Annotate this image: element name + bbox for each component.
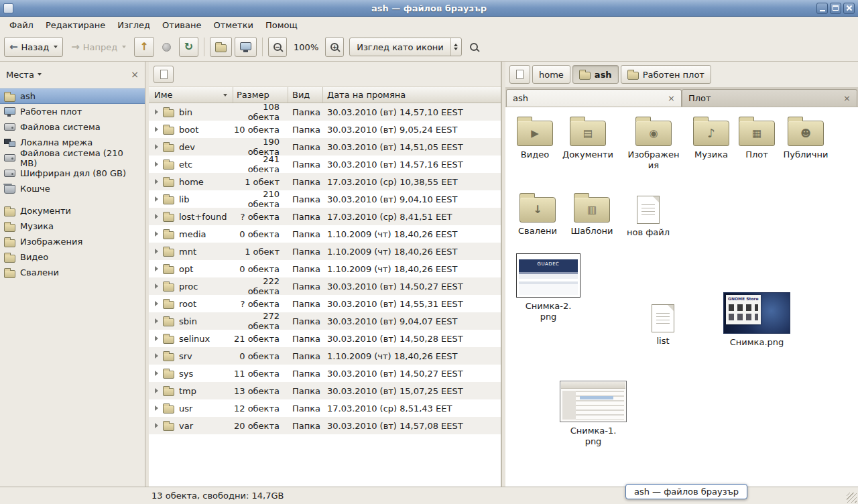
expander-icon[interactable] xyxy=(155,109,158,115)
sidebar-item[interactable]: Файлова система (210 MB) xyxy=(0,150,145,166)
search-button[interactable] xyxy=(465,37,483,57)
expander-icon[interactable] xyxy=(155,284,158,289)
table-row[interactable]: var 20 обекта Папка 30.03.2010 (вт) 14,5… xyxy=(149,417,501,434)
expander-icon[interactable] xyxy=(155,231,158,237)
icon-view-item[interactable]: Плот xyxy=(729,115,785,160)
menu-item[interactable]: Отметки xyxy=(207,17,259,33)
close-button[interactable] xyxy=(843,3,855,14)
expander-icon[interactable] xyxy=(155,162,158,167)
sidebar-item[interactable]: Работен плот xyxy=(0,104,145,119)
expander-icon[interactable] xyxy=(155,214,158,219)
stop-button[interactable] xyxy=(157,37,176,57)
sidebar-item[interactable]: Видео xyxy=(0,249,145,265)
expander-icon[interactable] xyxy=(155,144,158,149)
expander-icon[interactable] xyxy=(155,249,158,254)
zoom-in-button[interactable]: + xyxy=(325,37,344,57)
expander-icon[interactable] xyxy=(155,353,158,359)
tab[interactable]: Плот × xyxy=(682,89,857,107)
tab-close-icon[interactable]: × xyxy=(843,94,851,103)
path-button[interactable]: Работен плот xyxy=(621,65,711,84)
table-row[interactable]: srv 0 обекта Папка 1.10.2009 (чт) 18,40,… xyxy=(149,347,501,365)
sidebar-close-button[interactable]: × xyxy=(131,70,139,79)
menu-item[interactable]: Редактиране xyxy=(40,17,111,33)
column-header-date[interactable]: Дата на промяна xyxy=(323,87,501,103)
table-row[interactable]: home 1 обект Папка 17.03.2010 (ср) 10,38… xyxy=(149,173,501,190)
column-header-size[interactable]: Размер xyxy=(233,87,288,103)
table-row[interactable]: lib 210 обекта Папка 30.03.2010 (вт) 9,0… xyxy=(149,190,501,208)
table-row[interactable]: lost+found ? обекта Папка 17.03.2010 (ср… xyxy=(149,208,501,225)
expander-icon[interactable] xyxy=(155,301,158,306)
expander-icon[interactable] xyxy=(155,266,158,271)
expander-icon[interactable] xyxy=(155,336,158,341)
icon-view-item[interactable]: GNOME Store Снимка.png xyxy=(723,292,791,348)
expander-icon[interactable] xyxy=(155,318,158,324)
reload-button[interactable]: ↻ xyxy=(179,37,198,57)
icon-view-canvas[interactable]: Видео Документи Изображения Музика Плот xyxy=(505,107,858,487)
icon-view-item[interactable]: list xyxy=(635,300,691,346)
minimize-button[interactable] xyxy=(816,3,828,14)
location-pane-button[interactable] xyxy=(154,66,174,83)
zoom-out-button[interactable]: − xyxy=(268,37,287,57)
expander-icon[interactable] xyxy=(155,371,158,376)
table-row[interactable]: tmp 13 обекта Папка 30.03.2010 (вт) 15,0… xyxy=(149,382,501,399)
home-button[interactable] xyxy=(210,37,232,57)
menu-item[interactable]: Изглед xyxy=(111,17,156,33)
path-button[interactable]: home xyxy=(532,65,570,84)
icon-view-item[interactable]: Видео xyxy=(507,115,563,160)
sidebar-item[interactable]: Шифриран дял (80 GB) xyxy=(0,166,145,181)
expander-icon[interactable] xyxy=(155,423,158,428)
table-row[interactable]: dev 190 обекта Папка 30.03.2010 (вт) 14,… xyxy=(149,138,501,155)
places-selector[interactable]: Места xyxy=(6,70,42,80)
table-row[interactable]: etc 241 обекта Папка 30.03.2010 (вт) 14,… xyxy=(149,155,501,173)
table-row[interactable]: sbin 272 обекта Папка 30.03.2010 (вт) 9,… xyxy=(149,312,501,330)
expander-icon[interactable] xyxy=(155,127,158,132)
combo-spinner-icon[interactable] xyxy=(450,38,461,56)
expander-icon[interactable] xyxy=(155,405,158,411)
sidebar-item[interactable]: Кошче xyxy=(0,181,145,196)
forward-button[interactable]: → Напред xyxy=(66,37,131,57)
table-row[interactable]: proc 222 обекта Папка 30.03.2010 (вт) 14… xyxy=(149,277,501,295)
table-row[interactable]: media 0 обекта Папка 1.10.2009 (чт) 18,4… xyxy=(149,225,501,243)
path-button[interactable]: ash xyxy=(572,65,619,84)
column-header-type[interactable]: Вид xyxy=(288,87,323,103)
table-row[interactable]: sys 11 обекта Папка 30.03.2010 (вт) 14,5… xyxy=(149,365,501,382)
column-header-name[interactable]: Име xyxy=(149,87,233,103)
icon-view-item[interactable]: Шаблони xyxy=(564,192,620,237)
icon-view-item[interactable]: Свалени xyxy=(509,192,566,237)
menu-item[interactable]: Помощ xyxy=(259,17,304,33)
menu-item[interactable]: Файл xyxy=(3,17,40,33)
table-row[interactable]: root ? обекта Папка 30.03.2010 (вт) 14,5… xyxy=(149,295,501,312)
menu-item[interactable]: Отиване xyxy=(156,17,207,33)
computer-button[interactable] xyxy=(235,37,257,57)
resize-grip[interactable] xyxy=(847,493,857,503)
expander-icon[interactable] xyxy=(155,196,158,202)
back-button[interactable]: ← Назад xyxy=(4,37,63,57)
back-dropdown-icon[interactable] xyxy=(54,46,58,48)
sidebar-item[interactable]: Изображения xyxy=(0,234,145,249)
table-row[interactable]: usr 12 обекта Папка 17.03.2010 (ср) 8,51… xyxy=(149,399,501,417)
table-row[interactable]: mnt 1 обект Папка 1.10.2009 (чт) 18,40,2… xyxy=(149,243,501,260)
icon-view-item[interactable]: GUADEC Снимка-2.png xyxy=(515,253,582,322)
sidebar-item[interactable]: Свалени xyxy=(0,265,145,280)
title-bar[interactable]: ash — файлов браузър xyxy=(0,0,858,17)
expander-icon[interactable] xyxy=(155,388,158,393)
expander-icon[interactable] xyxy=(155,179,158,184)
sidebar-item[interactable]: Документи xyxy=(0,203,145,218)
icon-view-item[interactable]: Снимка-1.png xyxy=(560,381,627,447)
table-row[interactable]: boot 10 обекта Папка 30.03.2010 (вт) 9,0… xyxy=(149,121,501,138)
table-row[interactable]: selinux 21 обекта Папка 30.03.2010 (вт) … xyxy=(149,330,501,347)
icon-view-item[interactable]: Публични xyxy=(778,115,834,160)
sidebar-item[interactable]: Файлова система xyxy=(0,119,145,135)
icon-view-item[interactable]: Изображения xyxy=(625,115,682,171)
maximize-button[interactable] xyxy=(830,3,841,14)
sidebar-item[interactable]: ash xyxy=(0,88,145,104)
path-button[interactable] xyxy=(509,65,530,84)
tab-close-icon[interactable]: × xyxy=(668,94,675,103)
sidebar-item[interactable]: Музика xyxy=(0,218,145,234)
icon-view-item[interactable]: Документи xyxy=(560,115,616,160)
view-mode-select[interactable]: Изглед като икони xyxy=(349,38,462,56)
tab[interactable]: ash × xyxy=(506,89,682,107)
table-row[interactable]: opt 0 обекта Папка 1.10.2009 (чт) 18,40,… xyxy=(149,260,501,277)
table-row[interactable]: bin 108 обекта Папка 30.03.2010 (вт) 14,… xyxy=(149,103,501,121)
up-button[interactable]: ↑ xyxy=(134,37,154,57)
